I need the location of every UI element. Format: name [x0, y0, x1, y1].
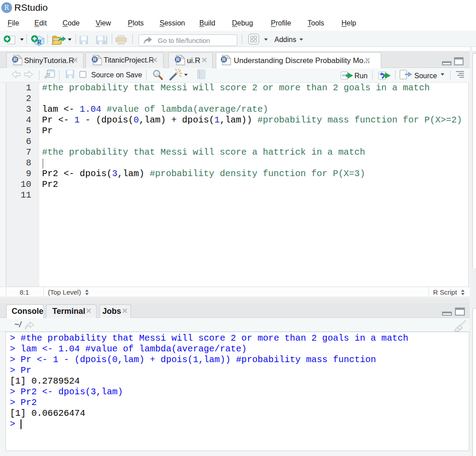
svg-text:R: R — [222, 57, 226, 62]
svg-text:R: R — [37, 39, 42, 46]
svg-text:R: R — [93, 57, 97, 62]
svg-text:R: R — [13, 57, 17, 62]
svg-text:R: R — [176, 57, 180, 62]
